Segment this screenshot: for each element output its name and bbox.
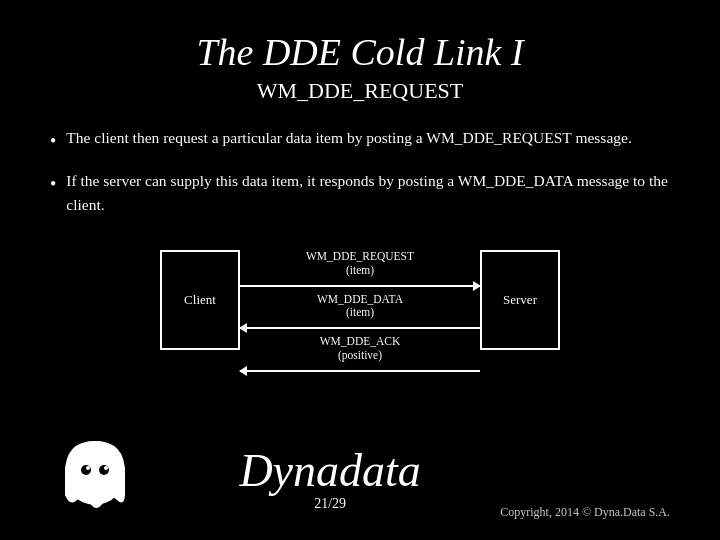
- arrow-row-1: WM_DDE_REQUEST (item): [240, 250, 480, 293]
- client-label: Client: [184, 292, 216, 308]
- arrow1-right: [240, 285, 480, 287]
- mascot-svg: [50, 435, 140, 525]
- arrow2-left: [240, 327, 480, 329]
- arrow2-label: WM_DDE_DATA (item): [317, 293, 403, 321]
- arrow1-line: [240, 279, 480, 293]
- slide-subtitle: WM_DDE_REQUEST: [50, 78, 670, 104]
- svg-point-4: [104, 466, 108, 470]
- client-box: Client: [160, 250, 240, 350]
- arrow3-line: [240, 364, 480, 378]
- svg-point-1: [81, 465, 91, 475]
- bullet-text-1: The client then request a particular dat…: [66, 126, 631, 150]
- mascot: [50, 435, 140, 525]
- arrow1-label: WM_DDE_REQUEST (item): [306, 250, 414, 278]
- bullet-text-2: If the server can supply this data item,…: [66, 169, 670, 217]
- bullet-item-1: • The client then request a particular d…: [50, 126, 670, 155]
- slide: The DDE Cold Link I WM_DDE_REQUEST • The…: [0, 0, 720, 540]
- arrow-row-2: WM_DDE_DATA (item): [240, 293, 480, 336]
- diagram: Client Server WM_DDE_REQUEST (item): [150, 235, 570, 365]
- bullet-section: • The client then request a particular d…: [50, 126, 670, 217]
- svg-point-3: [86, 466, 90, 470]
- dynadata-text: Dynadata: [239, 448, 420, 494]
- dynadata-center: Dynadata 21/29: [160, 448, 500, 512]
- slide-title: The DDE Cold Link I: [50, 30, 670, 74]
- copyright-text: Copyright, 2014 © Dyna.Data S.A.: [500, 505, 670, 520]
- arrow2-line: [240, 321, 480, 335]
- arrow-row-3: WM_DDE_ACK (positive): [240, 335, 480, 378]
- bottom-area: Dynadata 21/29 Copyright, 2014 © Dyna.Da…: [50, 435, 670, 525]
- arrow3-left: [240, 370, 480, 372]
- bullet-item-2: • If the server can supply this data ite…: [50, 169, 670, 217]
- server-label: Server: [503, 292, 537, 308]
- bullet-dot-1: •: [50, 128, 56, 155]
- diagram-area: Client Server WM_DDE_REQUEST (item): [50, 235, 670, 365]
- page-number: 21/29: [314, 496, 346, 512]
- bullet-dot-2: •: [50, 171, 56, 198]
- arrows-container: WM_DDE_REQUEST (item) WM_DDE_DATA (item): [240, 250, 480, 350]
- arrow3-label: WM_DDE_ACK (positive): [320, 335, 401, 363]
- server-box: Server: [480, 250, 560, 350]
- svg-point-2: [99, 465, 109, 475]
